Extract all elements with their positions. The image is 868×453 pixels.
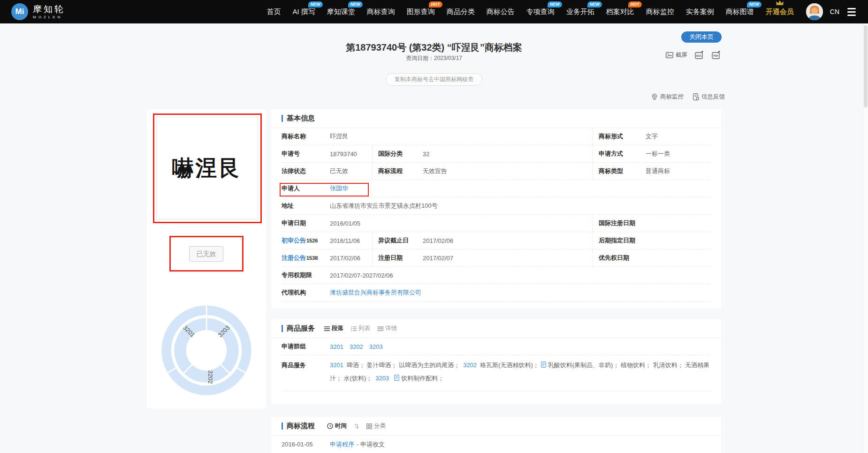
note-icon[interactable]: [394, 375, 399, 381]
field-value: 文字: [646, 132, 658, 141]
trademark-detail-page: Mi 摩知轮 MOZLEN 首页 AI 撰写NEW 摩知课堂NEW 商标查询 图…: [0, 0, 868, 453]
goods-list-row: 商品服务 3201啤酒； 姜汁啤酒； 以啤酒为主的鸡尾酒；3202格瓦斯(无酒精…: [282, 355, 711, 391]
apply-groups-row: 申请群组 3201 3202 3203: [282, 338, 711, 355]
nav-item-image-search[interactable]: 图形查询HOT: [407, 8, 435, 16]
field-value: 2017/02/07: [423, 255, 453, 262]
goods-services-panel: 商品服务 段落 列表 详情 申请群组 3201: [271, 319, 721, 404]
group-link-3203[interactable]: 3203: [369, 343, 383, 350]
goods-title: 商品服务: [287, 324, 315, 333]
view-paragraph[interactable]: 段落: [324, 325, 343, 332]
pdf-icon: PDF: [712, 51, 721, 59]
screenshot-button[interactable]: 截屏: [666, 51, 687, 59]
brand-logo[interactable]: Mi 摩知轮 MOZLEN: [11, 3, 65, 20]
table-row-applicant: 申请人张国华: [282, 180, 711, 197]
nav-item-special-search[interactable]: 专项查询NEW: [526, 8, 555, 16]
flow-program-link[interactable]: 申请程序: [330, 440, 354, 449]
page-scrollbar[interactable]: [863, 23, 868, 453]
flow-sort-time[interactable]: 时间: [327, 422, 347, 430]
goods-code-link[interactable]: 3203: [375, 375, 389, 382]
goods-header: 商品服务 段落 列表 详情: [271, 319, 721, 338]
language-toggle[interactable]: CN: [830, 8, 839, 15]
nav-item-trademark-atlas[interactable]: 商标图谱NEW: [726, 8, 754, 16]
field-label: 商标名称: [282, 132, 330, 141]
field-label: 地址: [282, 202, 330, 210]
field-value: 山东省潍坊市安丘市景芝镇永贞村100号: [330, 202, 438, 210]
nav-item-trademark-gazette[interactable]: 商标公告: [487, 8, 515, 16]
table-row: 法律状态已无效 商标流程无效宣告 商标类型普通商标: [282, 163, 711, 180]
nav-item-practice-cases[interactable]: 实务案例: [686, 8, 714, 16]
applicant-link[interactable]: 张国华: [330, 184, 348, 193]
feedback-icon: [693, 93, 699, 100]
copy-to-cnipa-button[interactable]: 复制本商标号去中国商标网核查: [386, 73, 482, 86]
field-value: 已无效: [330, 167, 348, 175]
table-row: 注册公告15382017/02/06 注册日期2017/02/07 优先权日期: [282, 249, 711, 267]
field-label: 后期指定日期: [599, 236, 646, 245]
trademark-flow-panel: 商标流程 时间 分类 2016-01-05 申请程序 - 申请收文: [271, 417, 721, 453]
flow-sort-order-toggle[interactable]: [354, 423, 359, 429]
nav-item-business-development[interactable]: 业务开拓NEW: [566, 8, 594, 16]
brand-logo-icon: Mi: [11, 3, 28, 20]
field-value: 2017/02/06: [330, 255, 360, 262]
brand-subtitle: MOZLEN: [33, 15, 65, 19]
section-accent-bar: [282, 115, 283, 122]
new-badge: NEW: [548, 1, 562, 8]
field-label: 代理机构: [282, 288, 330, 297]
avatar-image: [806, 3, 823, 20]
status-badge: 已无效: [189, 246, 223, 262]
export-pdf-button[interactable]: PDF: [712, 51, 721, 59]
flow-group-by-class[interactable]: 分类: [366, 422, 386, 430]
table-row: 初审公告15262016/11/06 异议截止日2017/02/06 后期指定日…: [282, 232, 711, 249]
field-label: 优先权日期: [599, 254, 646, 262]
field-value: 2016/01/05: [330, 220, 360, 227]
nav-item-home[interactable]: 首页: [266, 8, 281, 16]
first-trial-gazette-link[interactable]: 初审公告: [282, 236, 306, 245]
flow-header: 商标流程 时间 分类: [271, 417, 721, 436]
new-badge: NEW: [308, 1, 323, 8]
brand-name: 摩知轮: [33, 5, 65, 14]
group-link-3201[interactable]: 3201: [330, 343, 343, 350]
view-list[interactable]: 列表: [351, 325, 370, 332]
agency-link[interactable]: 潍坊盛世合兴商标事务所有限公司: [330, 288, 421, 297]
feedback-link[interactable]: 信息反馈: [693, 93, 725, 101]
field-label: 申请日期: [282, 219, 330, 227]
table-row: 代理机构潍坊盛世合兴商标事务所有限公司: [282, 284, 711, 302]
new-badge: NEW: [348, 1, 363, 8]
field-label: 申请人: [282, 184, 330, 193]
nav-item-trademark-monitor[interactable]: 商标监控: [646, 8, 674, 16]
table-row: 商标名称吓涅艮 商标形式文字: [282, 128, 711, 145]
scrollbar-thumb[interactable]: [864, 25, 868, 107]
goods-code-link[interactable]: 3202: [463, 362, 477, 369]
registration-gazette-link[interactable]: 注册公告: [282, 254, 306, 262]
flow-title: 商标流程: [287, 422, 315, 430]
table-row: 申请日期2016/01/05 国际注册日期: [282, 215, 711, 232]
nav-item-trademark-search[interactable]: 商标查询: [367, 8, 395, 16]
field-label: 商标类型: [599, 167, 646, 175]
user-zone: CN: [806, 3, 857, 20]
export-doc-button[interactable]: DOC: [695, 51, 704, 59]
paragraph-icon: [324, 326, 330, 331]
top-navbar: Mi 摩知轮 MOZLEN 首页 AI 撰写NEW 摩知课堂NEW 商标查询 图…: [0, 0, 868, 23]
nav-item-goods-classification[interactable]: 商品分类: [447, 8, 475, 16]
gazette-issue-number: 1538: [306, 255, 318, 261]
note-icon[interactable]: [541, 362, 546, 368]
flow-rows: 2016-01-05 申请程序 - 申请收文: [271, 436, 721, 453]
view-detail[interactable]: 详情: [378, 325, 397, 332]
field-value: 吓涅艮: [330, 132, 348, 141]
field-label: 国际分类: [378, 150, 423, 158]
nav-item-ai-writing[interactable]: AI 撰写NEW: [292, 8, 315, 16]
detail-grid-icon: [378, 326, 383, 331]
monitor-link[interactable]: 商标监控: [651, 93, 684, 101]
group-link-3202[interactable]: 3202: [350, 343, 363, 350]
goods-code-link[interactable]: 3201: [330, 362, 343, 369]
menu-icon[interactable]: [846, 6, 857, 18]
avatar[interactable]: [806, 3, 823, 20]
nav-item-mozhi-class[interactable]: 摩知课堂NEW: [327, 8, 355, 16]
field-value: 无效宣告: [423, 167, 447, 175]
gazette-issue-number: 1526: [306, 238, 318, 243]
main-nav: 首页 AI 撰写NEW 摩知课堂NEW 商标查询 图形查询HOT 商品分类 商标…: [266, 8, 793, 16]
flow-row: 2016-01-05 申请程序 - 申请收文: [282, 436, 711, 453]
trademark-image: 嚇涅艮: [156, 117, 258, 219]
nav-item-file-compare[interactable]: 档案对比HOT: [606, 8, 634, 16]
table-row: 申请号18793740 国际分类32 申请方式一标一类: [282, 145, 711, 163]
nav-item-vip-upgrade[interactable]: 开通会员: [766, 8, 794, 16]
